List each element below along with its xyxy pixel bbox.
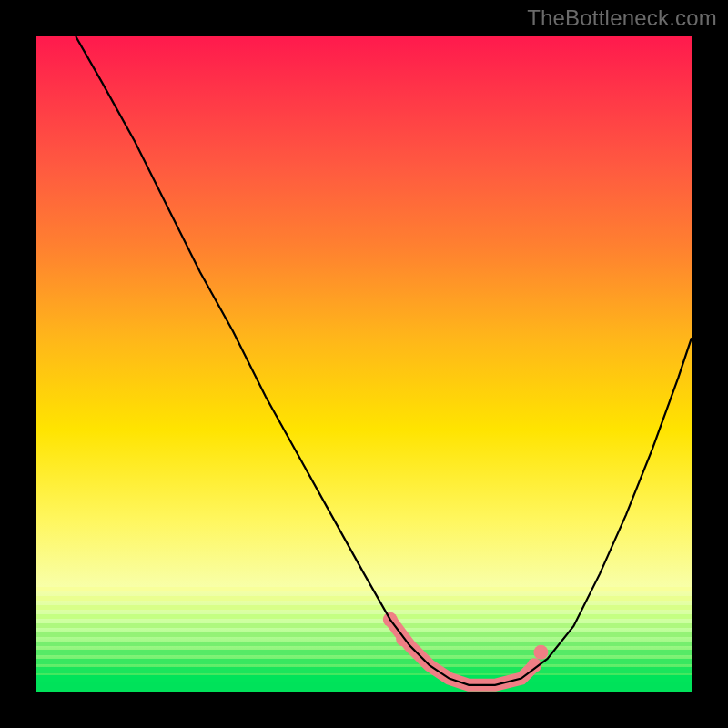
curve-svg [36,36,692,692]
chart-frame: TheBottleneck.com [0,0,728,728]
highlight-dot [533,645,548,660]
highlight-path [390,620,534,685]
plot-area [36,36,692,692]
watermark-text: TheBottleneck.com [527,5,717,31]
bottleneck-curve-path [76,36,692,685]
